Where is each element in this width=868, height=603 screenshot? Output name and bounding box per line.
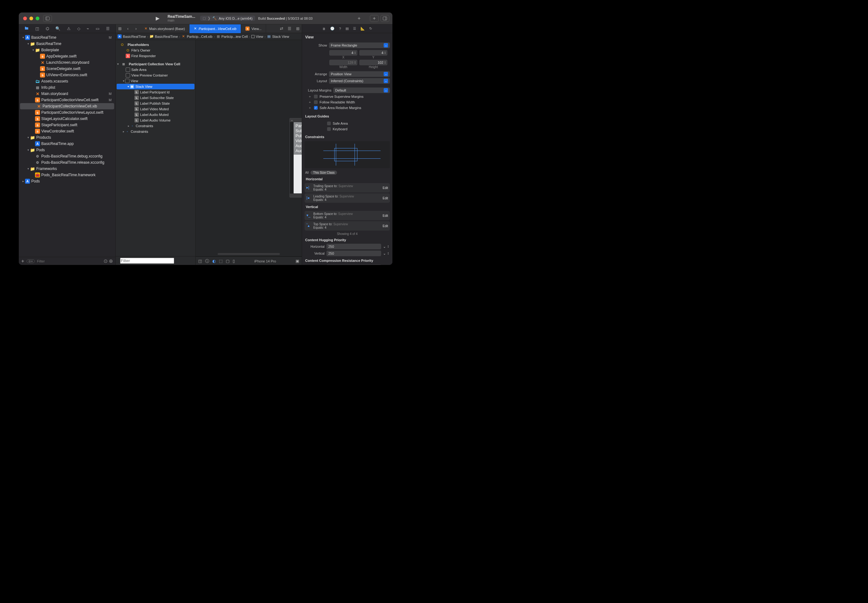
disclosure-triangle[interactable]: ▸ [21, 179, 25, 183]
disclosure-triangle[interactable]: ▾ [26, 148, 30, 152]
find-navigator-tab[interactable]: 🔍 [55, 26, 60, 31]
keyboard-guide-checkbox[interactable] [327, 127, 331, 131]
disclosure-triangle[interactable]: ▾ [31, 48, 35, 51]
interface-builder-canvas[interactable]: × Participant ID Subscribing Published V… [196, 40, 302, 256]
report-navigator-tab[interactable]: ☰ [106, 26, 110, 31]
file-tree-item[interactable]: sParticipantCollectionViewCell.swiftM [19, 97, 115, 103]
outline-filter-input[interactable] [120, 258, 174, 264]
library-button[interactable]: + [370, 15, 379, 22]
navigator-filter-input[interactable] [37, 259, 101, 263]
edit-constraint-button[interactable]: Edit [383, 224, 388, 228]
label-subscribing[interactable]: Subscribing [296, 128, 302, 133]
file-tree-item[interactable]: 🗂Assets.xcassets [19, 78, 115, 84]
width-field[interactable]: 128▴▾ [329, 60, 357, 65]
scheme-selector[interactable]: ▢ ❯ 🔨 Any iOS D...e (arm64) [200, 15, 255, 21]
label-audio-muted[interactable]: Audio Muted: false [296, 144, 302, 148]
minimize-window-button[interactable] [29, 17, 33, 20]
layout-select[interactable]: Inferred (Constraints)⌄ [329, 78, 390, 84]
orientation-button[interactable]: ⬚ [219, 259, 223, 263]
connections-inspector-tab[interactable]: ↻ [369, 26, 372, 31]
editor-options-button[interactable]: ☰ [285, 26, 294, 31]
test-navigator-tab[interactable]: ◇ [77, 26, 81, 31]
project-navigator-tab[interactable] [25, 26, 29, 31]
layout-margins-select[interactable]: Default⌄ [333, 88, 390, 93]
hugging-horizontal-field[interactable]: 250 [326, 244, 381, 249]
label-published[interactable]: Published [296, 133, 302, 138]
constraints-filter-all[interactable]: All [305, 171, 308, 174]
constraint-bottom[interactable]: ▾_ Bottom Space to: SuperviewEquals: 4 E… [305, 211, 390, 220]
height-field[interactable]: 102▴▾ [359, 60, 388, 65]
file-tree-item[interactable]: sParticipantCollectionViewLayout.swift [19, 109, 115, 116]
tab-main-storyboard[interactable]: ✕Main.storyboard (Base) [140, 25, 189, 33]
label-video-muted[interactable]: Video Muted: false [296, 138, 302, 144]
canvas-horizontal-scrollbar[interactable] [218, 253, 280, 255]
scm-filter-button[interactable]: ⊕ [109, 258, 113, 264]
file-tree-item[interactable]: sViewController.swift [19, 128, 115, 135]
file-tree-item[interactable]: sStageLayoutCalculator.swift [19, 116, 115, 122]
constraints-diagram[interactable] [305, 141, 390, 168]
file-tree-item[interactable]: ▸APods [19, 178, 115, 184]
filter-scope-button[interactable]: ⊙≡ [26, 259, 34, 263]
hugging-vertical-field[interactable]: 250 [326, 250, 381, 256]
file-tree-item[interactable]: ✕ParticipantCollectionViewCell.xib [20, 103, 114, 109]
disclosure-triangle[interactable]: ▾ [26, 167, 30, 170]
file-tree-item[interactable]: ABasicRealTime.app [19, 141, 115, 147]
label-participant-id[interactable]: Participant ID [296, 124, 302, 128]
y-field[interactable]: 4▴▾ [359, 50, 388, 56]
help-inspector-tab[interactable]: ? [339, 27, 341, 31]
tab-participant-xib[interactable]: ✕Participant...ViewCell.xib [189, 25, 241, 33]
file-tree-item[interactable]: ▾📁Pods [19, 147, 115, 153]
file-inspector-tab[interactable]: 🗎 [322, 27, 326, 31]
go-forward-button[interactable]: › [132, 26, 140, 31]
disclosure-triangle[interactable]: ▾ [26, 42, 30, 45]
document-outline-toggle-button[interactable]: ◫ [198, 259, 202, 263]
project-title[interactable]: RealTimeSam... main [167, 14, 195, 22]
tab-viewcontroller-swift[interactable]: sView... [241, 25, 266, 33]
device-button[interactable]: ▯ [232, 259, 235, 263]
constraint-trailing[interactable]: ▸| Trailing Space to: SuperviewEquals: 4… [305, 183, 390, 192]
appearance-button[interactable]: ◐ [212, 259, 216, 263]
disclosure-triangle[interactable]: ▾ [26, 136, 30, 139]
cell-content-view[interactable]: Participant ID Subscribing Published Vid… [294, 122, 302, 193]
label-audio-level[interactable]: Audio Level: -100dB [296, 148, 302, 153]
file-tree-item[interactable]: ▾📁Products [19, 135, 115, 141]
safe-area-guide-checkbox[interactable] [327, 122, 331, 125]
constraint-top[interactable]: ‾▴ Top Space to: SuperviewEquals: 4 Edit [305, 221, 390, 230]
history-inspector-tab[interactable]: 🕘 [330, 26, 335, 31]
recent-filter-button[interactable]: ⊙ [104, 258, 108, 264]
edit-constraint-button[interactable]: Edit [383, 196, 388, 200]
adjust-editor-options-button[interactable]: ⇄ [277, 26, 285, 31]
breakpoint-navigator-tab[interactable]: ▭ [96, 26, 99, 31]
preview-button[interactable]: ⓘ [205, 258, 209, 264]
file-tree-item[interactable]: ⚙Pods-BasicRealTime.debug.xcconfig [19, 153, 115, 159]
show-frame-select[interactable]: Frame Rectangle⌄ [329, 42, 390, 48]
identity-inspector-tab[interactable]: ▤ [346, 26, 349, 31]
constraint-leading[interactable]: |◂ Leading Space to: SuperviewEquals: 4 … [305, 193, 390, 203]
add-tab-button[interactable]: + [358, 15, 361, 21]
edit-constraint-button[interactable]: Edit [383, 186, 388, 190]
device-orientation-button[interactable]: ▢ [226, 259, 229, 263]
jump-bar[interactable]: ABasicRealTime› 📁BasicRealTime› ✕Partici… [116, 33, 302, 40]
close-window-button[interactable] [23, 17, 27, 20]
debug-navigator-tab[interactable]: ⌁ [87, 26, 89, 31]
file-tree-item[interactable]: sStageParticipant.swift [19, 122, 115, 128]
document-outline[interactable]: ⬡Placeholders ⬡File's Owner 1First Respo… [116, 40, 196, 256]
safe-area-relative-margins-checkbox[interactable]: ✓ [314, 106, 318, 110]
follow-readable-width-checkbox[interactable] [314, 100, 318, 104]
file-tree-item[interactable]: sSceneDelegate.swift [19, 66, 115, 72]
edit-constraint-button[interactable]: Edit [383, 214, 388, 218]
issue-navigator-tab[interactable]: ⚠ [67, 26, 71, 31]
canvas-minimap-button[interactable]: ▣ [296, 259, 299, 263]
file-tree-item[interactable]: ▾ABasicRealTimeM [19, 34, 115, 41]
toggle-left-sidebar-button[interactable] [43, 15, 52, 22]
related-items-button[interactable]: ⊞ [116, 26, 124, 31]
file-tree-item[interactable]: ▤Info.plist [19, 84, 115, 91]
disclosure-triangle[interactable]: ▾ [21, 36, 25, 39]
add-file-button[interactable]: + [21, 258, 24, 264]
x-field[interactable]: 4▴▾ [329, 50, 357, 56]
file-tree-item[interactable]: 🧰Pods_BasicRealTime.framework [19, 172, 115, 178]
file-tree-item[interactable]: ✕LaunchScreen.storyboard [19, 59, 115, 66]
attributes-inspector-tab[interactable]: ☰ [353, 26, 356, 31]
maximize-window-button[interactable] [36, 17, 39, 20]
file-tree-item[interactable]: ⚙Pods-BasicRealTime.release.xcconfig [19, 159, 115, 165]
